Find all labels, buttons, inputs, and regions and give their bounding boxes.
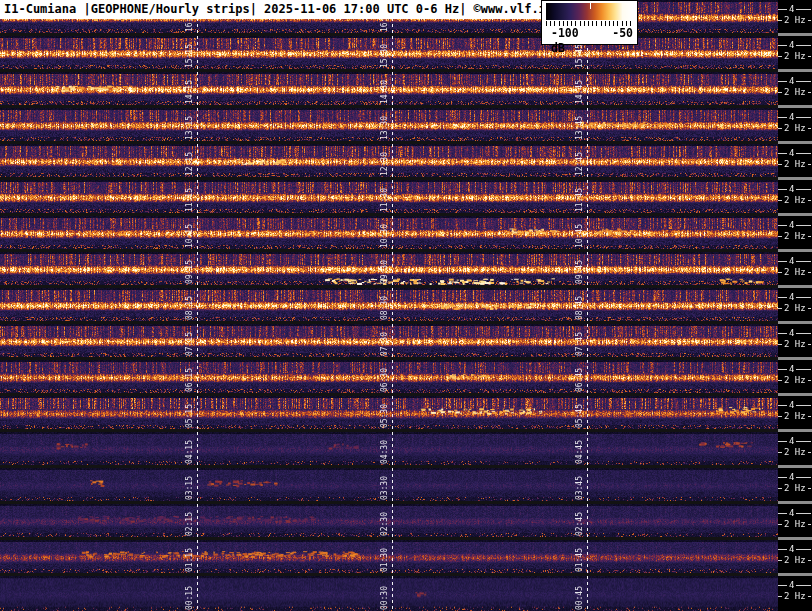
quarter-hour-gridline xyxy=(197,432,198,465)
time-label: 06:45 xyxy=(575,368,585,392)
freq-tick-2hz: 2 Hz xyxy=(778,591,812,601)
spectrogram-strip: 14:1514:3014:45 xyxy=(0,72,778,105)
quarter-hour-gridline xyxy=(392,288,393,321)
freq-tick-4hz: 4 xyxy=(778,76,812,86)
freq-axis-cell: 42 Hz xyxy=(778,0,812,33)
quarter-hour-gridline xyxy=(197,360,198,393)
quarter-hour-gridline xyxy=(197,396,198,429)
hour-strip-12: 12:1512:3012:4542 Hz xyxy=(0,144,812,177)
quarter-hour-gridline xyxy=(197,540,198,573)
quarter-hour-gridline xyxy=(197,252,198,285)
quarter-hour-gridline xyxy=(587,180,588,213)
hour-strip-06: 06:1506:3006:4542 Hz xyxy=(0,360,812,393)
freq-tick-4hz: 4 xyxy=(778,436,812,446)
quarter-hour-gridline xyxy=(392,180,393,213)
time-label: 05:15 xyxy=(185,404,195,428)
hour-strip-02: 02:1502:3002:4542 Hz xyxy=(0,504,812,537)
time-label: 13:15 xyxy=(185,116,195,140)
freq-tick-4hz: 4 xyxy=(778,148,812,158)
quarter-hour-gridline xyxy=(392,324,393,357)
time-label: 12:15 xyxy=(185,152,195,176)
quarter-hour-gridline xyxy=(587,324,588,357)
freq-axis-cell: 42 Hz xyxy=(778,468,812,501)
spectrogram-strip: 08:1508:3008:45 xyxy=(0,288,778,321)
freq-tick-2hz: 2 Hz xyxy=(778,411,812,421)
time-label: 03:15 xyxy=(185,476,195,500)
quarter-hour-gridline xyxy=(392,432,393,465)
freq-tick-4hz: 4 xyxy=(778,4,812,14)
hour-strip-00: 00:1500:3000:4542 Hz xyxy=(0,576,812,611)
colorbar-labels: -100 dB -50 xyxy=(546,26,633,56)
freq-tick-4hz: 4 xyxy=(778,364,812,374)
colorbar-marker-tick xyxy=(590,3,591,9)
freq-axis-cell: 42 Hz xyxy=(778,72,812,105)
time-label: 09:45 xyxy=(575,260,585,284)
freq-tick-2hz: 2 Hz xyxy=(778,519,812,529)
quarter-hour-gridline xyxy=(392,396,393,429)
quarter-hour-gridline xyxy=(587,576,588,611)
spectrogram-strip: 00:1500:3000:45 xyxy=(0,576,778,611)
spectrogram-strip: 07:1507:3007:45 xyxy=(0,324,778,357)
time-label: 04:45 xyxy=(575,440,585,464)
time-label: 14:30 xyxy=(380,80,390,104)
quarter-hour-gridline xyxy=(392,504,393,537)
freq-axis-cell: 42 Hz xyxy=(778,504,812,537)
time-label: 01:45 xyxy=(575,548,585,572)
time-label: 07:15 xyxy=(185,332,195,356)
quarter-hour-gridline xyxy=(392,36,393,69)
spectrogram-strip: 04:1504:3004:45 xyxy=(0,432,778,465)
freq-tick-4hz: 4 xyxy=(778,580,812,590)
freq-axis-cell: 42 Hz xyxy=(778,144,812,177)
time-label: 02:15 xyxy=(185,512,195,536)
quarter-hour-gridline xyxy=(587,504,588,537)
hour-strip-04: 04:1504:3004:4542 Hz xyxy=(0,432,812,465)
time-label: 10:45 xyxy=(575,224,585,248)
time-label: 11:30 xyxy=(380,188,390,212)
freq-tick-2hz: 2 Hz xyxy=(778,303,812,313)
colorbar-gradient xyxy=(546,3,633,20)
time-label: 14:15 xyxy=(185,80,195,104)
quarter-hour-gridline xyxy=(587,216,588,249)
freq-tick-4hz: 4 xyxy=(778,292,812,302)
quarter-hour-gridline xyxy=(587,288,588,321)
quarter-hour-gridline xyxy=(197,144,198,177)
time-label: 14:45 xyxy=(575,80,585,104)
time-label: 01:15 xyxy=(185,548,195,572)
spectrogram-strip: 12:1512:3012:45 xyxy=(0,144,778,177)
quarter-hour-gridline xyxy=(197,72,198,105)
freq-axis-cell: 42 Hz xyxy=(778,324,812,357)
freq-tick-4hz: 4 xyxy=(778,544,812,554)
freq-axis-cell: 42 Hz xyxy=(778,540,812,573)
freq-tick-2hz: 2 Hz xyxy=(778,339,812,349)
freq-tick-2hz: 2 Hz xyxy=(778,15,812,25)
freq-axis-cell: 42 Hz xyxy=(778,360,812,393)
freq-tick-4hz: 4 xyxy=(778,112,812,122)
freq-tick-2hz: 2 Hz xyxy=(778,195,812,205)
time-label: 06:15 xyxy=(185,368,195,392)
quarter-hour-gridline xyxy=(587,396,588,429)
quarter-hour-gridline xyxy=(197,36,198,69)
quarter-hour-gridline xyxy=(587,432,588,465)
quarter-hour-gridline xyxy=(392,468,393,501)
quarter-hour-gridline xyxy=(392,108,393,141)
time-label: 00:30 xyxy=(380,586,390,610)
freq-tick-2hz: 2 Hz xyxy=(778,123,812,133)
time-label: 03:45 xyxy=(575,476,585,500)
hour-strip-10: 10:1510:3010:4542 Hz xyxy=(0,216,812,249)
quarter-hour-gridline xyxy=(392,360,393,393)
freq-axis-cell: 42 Hz xyxy=(778,252,812,285)
hour-strip-03: 03:1503:3003:4542 Hz xyxy=(0,468,812,501)
quarter-hour-gridline xyxy=(587,72,588,105)
quarter-hour-gridline xyxy=(197,180,198,213)
quarter-hour-gridline xyxy=(197,576,198,611)
quarter-hour-gridline xyxy=(197,468,198,501)
time-label: 12:45 xyxy=(575,152,585,176)
freq-tick-2hz: 2 Hz xyxy=(778,51,812,61)
title-bar: I1-Cumiana |GEOPHONE/Hourly strips| 2025… xyxy=(0,0,557,19)
spectrogram-strip: 10:1510:3010:45 xyxy=(0,216,778,249)
colorbar: -100 dB -50 xyxy=(541,0,638,45)
time-label: 10:15 xyxy=(185,224,195,248)
freq-axis-cell: 42 Hz xyxy=(778,396,812,429)
time-label: 13:30 xyxy=(380,116,390,140)
spectrogram-strip: 15:1515:3015:45 xyxy=(0,36,778,69)
